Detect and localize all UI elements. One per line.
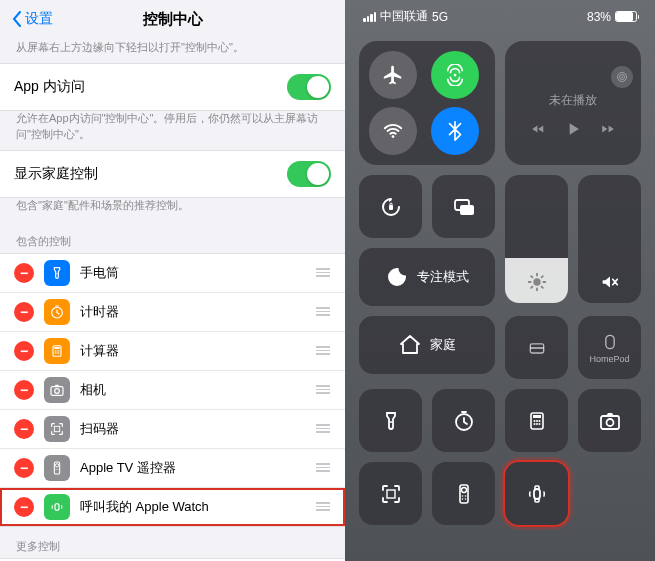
control-item-timer: 计时器 [0, 293, 345, 332]
svg-point-7 [55, 352, 56, 353]
control-label: Apple TV 遥控器 [80, 459, 315, 477]
control-item-scanner: 扫码器 [0, 410, 345, 449]
status-bar: 中国联通 5G 83% [359, 0, 641, 29]
apple-tv-remote-icon [44, 455, 70, 481]
svg-point-9 [58, 352, 59, 353]
control-label: 计算器 [80, 342, 315, 360]
more-list: 备忘录低电量模式 [0, 558, 345, 561]
camera-tile[interactable] [578, 389, 641, 452]
svg-point-5 [56, 350, 57, 351]
settings-pane: 设置 控制中心 从屏幕右上方边缘向下轻扫以打开"控制中心"。 App 内访问 允… [0, 0, 345, 561]
svg-point-4 [55, 350, 56, 351]
music-title: 未在播放 [549, 92, 597, 109]
svg-rect-10 [51, 386, 63, 395]
svg-rect-37 [533, 415, 541, 418]
brightness-slider[interactable] [505, 175, 568, 303]
back-button[interactable]: 设置 [12, 10, 53, 28]
remove-button[interactable] [14, 341, 34, 361]
svg-point-30 [533, 278, 540, 285]
home-tile[interactable]: 家庭 [359, 316, 495, 374]
airplane-toggle[interactable] [369, 51, 417, 99]
flashlight-tile[interactable] [359, 389, 422, 452]
ping-watch-tile[interactable] [505, 462, 568, 525]
control-label: 扫码器 [80, 420, 315, 438]
remove-button[interactable] [14, 380, 34, 400]
screen-mirror-tile[interactable] [432, 175, 495, 238]
svg-point-42 [536, 423, 538, 425]
connectivity-group[interactable] [359, 41, 495, 165]
control-item-apple-tv-remote: Apple TV 遥控器 [0, 449, 345, 488]
homepod-tile[interactable]: HomePod [578, 316, 641, 379]
svg-point-34 [390, 421, 392, 423]
prev-icon[interactable] [531, 122, 545, 136]
focus-label: 专注模式 [417, 268, 469, 286]
svg-point-51 [461, 498, 463, 500]
next-icon[interactable] [601, 122, 615, 136]
network-label: 5G [432, 10, 448, 24]
included-header: 包含的控制 [0, 222, 345, 253]
airplay-icon[interactable] [611, 66, 633, 88]
calculator-tile[interactable] [505, 389, 568, 452]
timer-icon [44, 299, 70, 325]
drag-handle[interactable] [315, 307, 331, 316]
svg-point-0 [56, 273, 57, 274]
drag-handle[interactable] [315, 268, 331, 277]
drag-handle[interactable] [315, 346, 331, 355]
home-controls-toggle[interactable] [287, 161, 331, 187]
remove-button[interactable] [14, 263, 34, 283]
status-right: 83% [587, 10, 637, 24]
volume-slider[interactable] [578, 175, 641, 303]
signal-icon [363, 12, 376, 22]
svg-point-16 [57, 468, 58, 469]
ping-watch-icon [44, 494, 70, 520]
play-icon[interactable] [563, 119, 583, 139]
control-item-ping-watch: 呼叫我的 Apple Watch [0, 488, 345, 526]
home-controls-description: 包含"家庭"配件和场景的推荐控制。 [0, 198, 345, 221]
music-group[interactable]: 未在播放 [505, 41, 641, 165]
svg-point-43 [538, 423, 540, 425]
svg-point-50 [464, 495, 466, 497]
page-title: 控制中心 [143, 10, 203, 29]
music-controls [531, 119, 615, 139]
svg-point-8 [56, 352, 57, 353]
focus-tile[interactable]: 专注模式 [359, 248, 495, 306]
remove-button[interactable] [14, 419, 34, 439]
home-label: 家庭 [430, 336, 456, 354]
battery-icon [615, 11, 637, 22]
remove-button[interactable] [14, 458, 34, 478]
wifi-toggle[interactable] [369, 107, 417, 155]
timer-tile[interactable] [432, 389, 495, 452]
svg-point-22 [454, 74, 457, 77]
svg-point-48 [461, 487, 466, 492]
svg-rect-27 [389, 205, 393, 210]
svg-rect-12 [54, 426, 59, 431]
svg-point-14 [55, 463, 58, 466]
app-access-toggle[interactable] [287, 74, 331, 100]
svg-rect-46 [387, 490, 395, 498]
drag-handle[interactable] [315, 463, 331, 472]
cellular-toggle[interactable] [431, 51, 479, 99]
remove-button[interactable] [14, 302, 34, 322]
remove-button[interactable] [14, 497, 34, 517]
drag-handle[interactable] [315, 424, 331, 433]
scanner-tile[interactable] [359, 462, 422, 525]
control-label: 手电筒 [80, 264, 315, 282]
status-left: 中国联通 5G [363, 8, 448, 25]
calculator-icon [44, 338, 70, 364]
svg-rect-53 [534, 489, 540, 499]
svg-point-23 [392, 135, 395, 138]
svg-point-11 [55, 388, 60, 393]
camera-icon [44, 377, 70, 403]
apple-tv-remote-tile[interactable] [432, 462, 495, 525]
orientation-lock-tile[interactable] [359, 175, 422, 238]
control-label: 相机 [80, 381, 315, 399]
bluetooth-toggle[interactable] [431, 107, 479, 155]
svg-rect-44 [601, 416, 619, 429]
svg-rect-33 [605, 335, 613, 348]
svg-point-40 [538, 420, 540, 422]
svg-rect-32 [530, 347, 543, 349]
drag-handle[interactable] [315, 385, 331, 394]
svg-point-52 [464, 498, 466, 500]
drag-handle[interactable] [315, 502, 331, 511]
wallet-tile[interactable] [505, 316, 568, 379]
